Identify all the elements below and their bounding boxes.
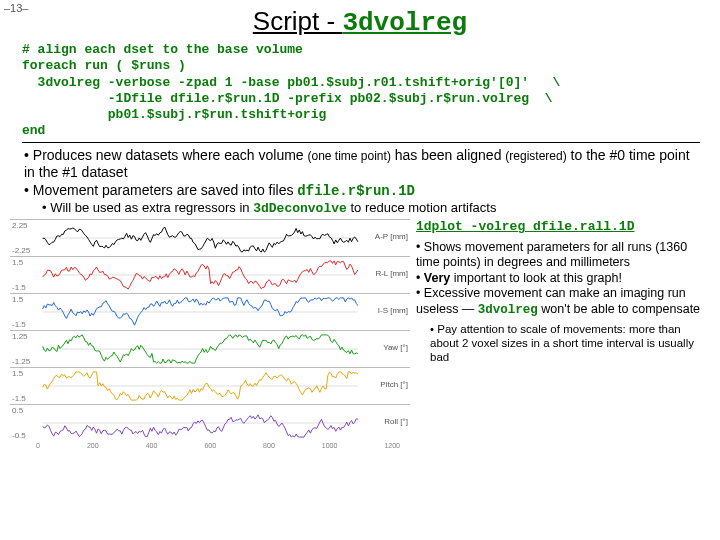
page-number: –13– bbox=[4, 2, 28, 14]
chart-panel: 1.25-1.25Yaw [°] bbox=[10, 330, 410, 367]
chart-panel: 2.25-2.25A-P [mm] bbox=[10, 219, 410, 256]
title-prefix: Script - bbox=[253, 6, 343, 36]
side-bullet-4: • Pay attention to scale of movements: m… bbox=[430, 322, 710, 365]
script-code-block: # align each dset to the base volume for… bbox=[22, 42, 700, 143]
plot-command: 1dplot -volreg dfile.rall.1D bbox=[416, 219, 710, 235]
chart-panel: 1.5-1.5Pitch [°] bbox=[10, 367, 410, 404]
chart-panel: 1.5-1.5I-S [mm] bbox=[10, 293, 410, 330]
side-bullet-1: • Shows movement parameters for all runs… bbox=[416, 240, 710, 271]
side-bullet-2: • Very important to look at this graph! bbox=[416, 271, 710, 287]
side-bullet-3: • Excessive movement can make an imaging… bbox=[416, 286, 710, 318]
chart-panel: 0.5-0.5Roll [°] bbox=[10, 404, 410, 441]
bullet-3: • Will be used as extra regressors in 3d… bbox=[42, 200, 700, 217]
right-column: 1dplot -volreg dfile.rall.1D • Shows mov… bbox=[416, 219, 710, 449]
bullet-1: • Produces new datasets where each volum… bbox=[24, 147, 700, 182]
x-axis: 020040060080010001200 bbox=[10, 441, 410, 449]
movement-graph: 2.25-2.25A-P [mm]1.5-1.5R-L [mm]1.5-1.5I… bbox=[10, 219, 410, 449]
slide-title: Script - 3dvolreg bbox=[0, 6, 720, 38]
bullet-list: • Produces new datasets where each volum… bbox=[24, 147, 700, 218]
chart-panel: 1.5-1.5R-L [mm] bbox=[10, 256, 410, 293]
bullet-2: • Movement parameters are saved into fil… bbox=[24, 182, 700, 201]
title-command: 3dvolreg bbox=[342, 8, 467, 38]
